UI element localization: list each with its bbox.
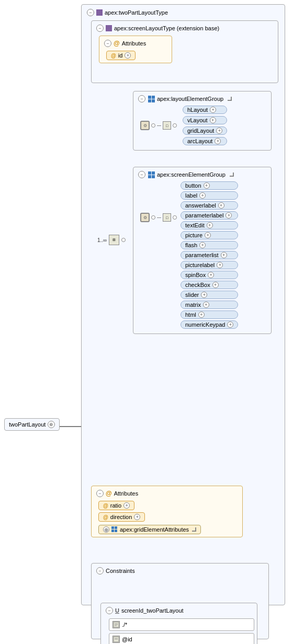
answerlabel-badge: answerlabel + <box>181 201 238 210</box>
blue-grid-icon-attrs <box>111 526 118 533</box>
parameterlabel-label: parameterlabel <box>185 212 223 218</box>
collapse-screen-layout[interactable]: − <box>96 25 104 32</box>
collapse-layout-group[interactable]: − <box>138 95 145 102</box>
answerlabel-plus[interactable]: + <box>218 202 224 209</box>
spinBox-plus[interactable]: + <box>208 272 214 278</box>
hLayout-label: hLayout <box>187 107 208 113</box>
vLayout-plus[interactable]: + <box>210 117 216 123</box>
textEdit-label: textEdit <box>185 222 205 228</box>
direction-plus[interactable]: + <box>134 514 140 520</box>
collapse-attributes[interactable]: − <box>104 40 111 47</box>
at-icon: @ <box>114 40 120 47</box>
collapse-screen-group[interactable]: − <box>138 171 145 178</box>
diagram-container: − apex:twoPartLayoutType − apex:screenLa… <box>0 0 293 644</box>
expand-circle[interactable]: ⊕ <box>48 421 55 428</box>
attributes-label: Attributes <box>122 40 146 47</box>
circle-connector-2 <box>173 123 177 128</box>
layout-elements-list: hLayout + vLayout + gridLayout + arcLayo… <box>183 106 227 145</box>
grid-attrs-resize <box>192 527 196 532</box>
constraints-label: Constraints <box>106 568 135 574</box>
collapse-constraints[interactable]: − <box>96 567 104 574</box>
direction-label: direction <box>110 514 132 520</box>
textEdit-badge: textEdit + <box>181 221 238 229</box>
direction-badge: @ direction + <box>98 512 145 522</box>
gear-icon-layout: ⚙ <box>140 121 150 130</box>
collapse-attrs-ratio[interactable]: − <box>96 490 104 497</box>
dash-conn-screen <box>157 217 161 218</box>
id-attr-row: @ id + <box>102 51 169 60</box>
textEdit-plus[interactable]: + <box>207 222 213 228</box>
circle-conn-screen-2 <box>173 215 177 220</box>
numericKeypad-plus[interactable]: + <box>227 321 233 328</box>
parameterlist-badge: parameterlist + <box>181 251 238 259</box>
multiplicity-label: 1..∞ <box>97 237 107 243</box>
picturelabel-badge: picturelabel + <box>181 261 238 269</box>
collapse-screen-id[interactable]: − <box>106 607 113 614</box>
constraints-title: − Constraints <box>94 566 266 576</box>
doc-id-label: @id <box>122 636 132 642</box>
id-plus-icon[interactable]: + <box>125 52 131 59</box>
dash-connector <box>157 125 161 126</box>
purple-rect-icon-2 <box>106 25 112 31</box>
screen-layout-type-title: − apex:screenLayoutType (extension base) <box>94 24 275 33</box>
parameterlist-label: parameterlist <box>185 252 219 258</box>
rect-connector: □ <box>163 121 171 130</box>
ratio-plus[interactable]: + <box>123 502 130 509</box>
html-plus[interactable]: + <box>198 312 205 318</box>
picturelabel-plus[interactable]: + <box>217 262 223 268</box>
blue-grid-icon-2 <box>148 171 155 178</box>
grid-elem-attrs-badge: ⊕ apex:gridElementAttributes <box>98 525 201 534</box>
purple-rect-icon <box>96 9 103 16</box>
doc-wildcard-icon <box>112 621 120 628</box>
layout-element-group-title: − apex:layoutElementGroup <box>136 94 268 104</box>
multiplicity-rect: ⊞ <box>109 235 119 245</box>
checkBox-plus[interactable]: + <box>212 282 219 288</box>
button-plus[interactable]: + <box>204 182 210 189</box>
resize-icon <box>228 97 232 101</box>
layout-element-group-label: apex:layoutElementGroup <box>157 96 223 102</box>
checkBox-label: checkBox <box>185 282 210 288</box>
two-part-layout-element-label: twoPartLayout <box>9 421 46 428</box>
parameterlabel-badge: parameterlabel + <box>181 211 238 220</box>
two-part-layout-type-label: apex:twoPartLayoutType <box>105 9 168 16</box>
hLayout-badge: hLayout + <box>183 106 227 114</box>
gridLayout-plus[interactable]: + <box>216 128 222 134</box>
grid-elem-attrs-row: ⊕ apex:gridElementAttributes <box>94 525 240 534</box>
label-plus[interactable]: + <box>199 192 206 199</box>
blue-grid-icon <box>148 95 155 102</box>
picture-plus[interactable]: + <box>205 232 211 238</box>
flash-label: flash <box>185 242 197 248</box>
grid-attrs-expand[interactable]: ⊕ <box>103 526 109 533</box>
direction-row: @ direction + <box>94 512 240 522</box>
flash-badge: flash + <box>181 241 238 249</box>
label-label: label <box>185 192 197 199</box>
at-icon-ratio: @ <box>103 503 108 509</box>
spinBox-label: spinBox <box>185 272 206 278</box>
parameterlist-plus[interactable]: + <box>221 252 227 258</box>
slider-plus[interactable]: + <box>201 292 207 298</box>
matrix-label: matrix <box>185 302 201 308</box>
checkBox-badge: checkBox + <box>181 281 238 289</box>
collapse-two-part-layout[interactable]: − <box>87 9 94 16</box>
screen-layout-type-box: − apex:screenLayoutType (extension base)… <box>91 20 278 83</box>
hLayout-plus[interactable]: + <box>210 107 216 113</box>
parameterlabel-plus[interactable]: + <box>226 212 232 218</box>
button-label: button <box>185 182 201 189</box>
two-part-layout-element-box: twoPartLayout ⊕ <box>4 418 60 431</box>
mult-circle <box>121 238 126 242</box>
id-attr-label: id <box>118 52 123 59</box>
flash-plus[interactable]: + <box>199 242 206 248</box>
arcLayout-label: arcLayout <box>187 138 212 144</box>
doc-id-box: @id <box>109 633 254 644</box>
circle-conn-screen <box>151 215 155 220</box>
label-badge: label + <box>181 191 238 200</box>
screen-connector-row: ⚙ □ button + label + <box>136 179 268 331</box>
screen-layout-type-label: apex:screenLayoutType (extension base) <box>114 25 219 31</box>
two-part-layout-type-box: − apex:twoPartLayoutType − apex:screenLa… <box>81 4 285 605</box>
rect-conn-screen: □ <box>163 213 171 222</box>
doc-wildcard-label: ./* <box>122 622 127 628</box>
matrix-plus[interactable]: + <box>203 302 209 308</box>
arcLayout-plus[interactable]: + <box>215 138 221 144</box>
button-badge: button + <box>181 181 238 190</box>
at-icon-attrs: @ <box>106 490 112 497</box>
